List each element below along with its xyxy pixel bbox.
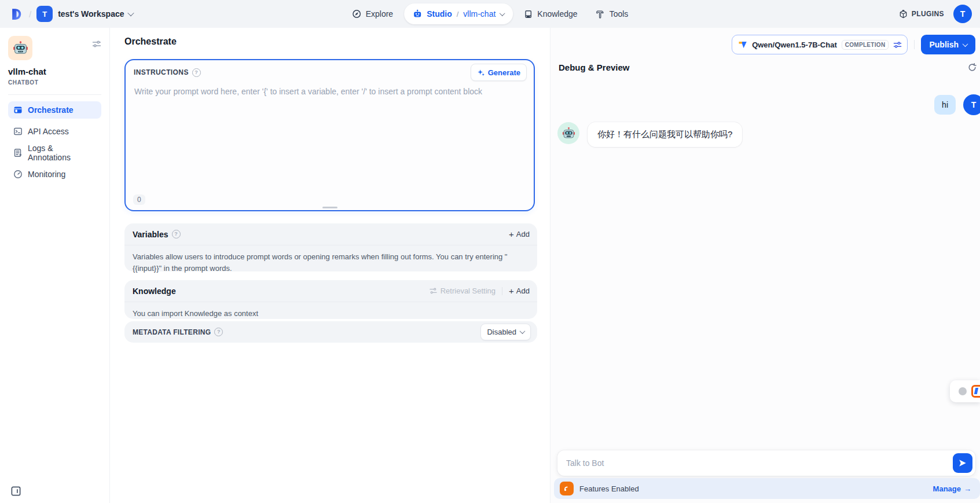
app-sidebar: vllm-chat CHATBOT Orchestrate API Access (0, 28, 110, 503)
nav-knowledge-label: Knowledge (537, 9, 577, 19)
nav-explore[interactable]: Explore (344, 3, 401, 24)
nav-tools[interactable]: Tools (589, 3, 636, 24)
debug-preview-title: Debug & Preview (559, 63, 630, 72)
divider (502, 287, 502, 295)
sliders-icon (430, 287, 437, 295)
orchestrate-panel: Orchestrate INSTRUCTIONS ? Generate Writ… (111, 28, 550, 503)
workspace-avatar[interactable]: T (36, 6, 53, 22)
vllm-logo-icon (738, 40, 747, 49)
main-nav: Explore Studio / vllm-chat Knowledge (344, 0, 636, 28)
instructions-title: INSTRUCTIONS (134, 68, 189, 76)
add-knowledge-button[interactable]: + Add (509, 287, 530, 295)
debug-preview-panel: Qwen/Qwen1.5-7B-Chat COMPLETION Publish … (550, 28, 980, 503)
nav-studio-label: Studio (427, 9, 452, 19)
plugins-button[interactable]: PLUGINS (899, 10, 944, 19)
robot-icon (413, 9, 422, 19)
nav-studio[interactable]: Studio / vllm-chat (404, 3, 513, 24)
manage-features-link[interactable]: Manage → (933, 484, 971, 493)
help-icon[interactable]: ? (172, 230, 181, 238)
knowledge-title: Knowledge (133, 287, 176, 296)
robot-emoji-icon (13, 41, 28, 56)
chat-input-bar (557, 450, 975, 476)
floating-extension-widget[interactable] (950, 380, 980, 402)
arrow-right-icon: → (964, 484, 971, 493)
chevron-down-icon (963, 41, 968, 47)
help-icon[interactable]: ? (192, 68, 201, 77)
chevron-down-icon (127, 10, 134, 16)
terminal-icon (13, 127, 23, 136)
metadata-title: METADATA FILTERING (133, 328, 211, 336)
workspace-name: test's Workspace (58, 9, 124, 19)
extension-logo-icon (971, 385, 980, 398)
manage-label: Manage (933, 484, 961, 493)
hammer-icon (596, 10, 605, 19)
instructions-editor[interactable]: Write your prompt word here, enter '{' t… (126, 85, 534, 100)
app-settings-icon[interactable] (92, 39, 101, 49)
sidebar-item-label: Logs & Annotations (28, 144, 96, 162)
orchestrate-icon (13, 105, 23, 115)
chat-message-assistant: 你好！有什么问题我可以帮助你吗? (557, 122, 742, 147)
nav-current-app: vllm-chat (463, 9, 495, 19)
top-header: / T test's Workspace Explore Studio / vl… (0, 0, 980, 28)
chevron-down-icon (500, 10, 505, 16)
model-selector[interactable]: Qwen/Qwen1.5-7B-Chat COMPLETION (732, 35, 908, 54)
restart-conversation-icon[interactable] (967, 63, 977, 72)
send-button[interactable] (953, 453, 972, 473)
generate-label: Generate (488, 68, 520, 77)
workspace-selector[interactable]: test's Workspace (58, 9, 133, 19)
explore-icon (352, 9, 361, 19)
send-icon (958, 458, 967, 468)
package-icon (899, 10, 908, 19)
gauge-icon (13, 170, 23, 179)
retrieval-setting-label: Retrieval Setting (441, 287, 495, 295)
chat-message-user: hi T (934, 94, 980, 115)
nav-separator: / (457, 10, 459, 19)
gray-dot-icon (959, 387, 967, 395)
features-enabled-label: Features Enabled (579, 484, 639, 493)
generate-button[interactable]: Generate (471, 64, 527, 81)
chevron-down-icon (520, 328, 526, 334)
resize-handle[interactable] (322, 207, 337, 208)
user-message-bubble: hi (934, 95, 956, 115)
plus-icon: + (509, 230, 514, 238)
variables-panel: Variables ? + Add Variables allow users … (124, 223, 537, 271)
variables-description: Variables allow users to introduce promp… (124, 245, 537, 280)
model-name: Qwen/Qwen1.5-7B-Chat (752, 41, 837, 49)
model-mode-badge: COMPLETION (842, 40, 889, 50)
add-variable-button[interactable]: + Add (509, 230, 530, 238)
retrieval-setting-button[interactable]: Retrieval Setting (430, 287, 495, 295)
sidebar-item-monitoring[interactable]: Monitoring (8, 166, 101, 183)
assistant-message-bubble: 你好！有什么问题我可以帮助你吗? (588, 122, 742, 147)
add-variable-label: Add (516, 230, 530, 238)
metadata-filtering-dropdown[interactable]: Disabled (480, 324, 531, 340)
sidebar-item-orchestrate[interactable]: Orchestrate (8, 101, 101, 119)
app-icon (8, 36, 32, 60)
plugins-label: PLUGINS (912, 10, 944, 18)
chat-input[interactable] (565, 458, 953, 468)
model-config-icon[interactable] (893, 41, 902, 49)
robot-emoji-icon (562, 127, 575, 140)
collapse-sidebar-icon[interactable] (10, 486, 21, 497)
publish-button[interactable]: Publish (921, 35, 975, 54)
app-type-badge: CHATBOT (8, 79, 101, 86)
app-root: / T test's Workspace Explore Studio / vl… (0, 0, 980, 503)
help-icon[interactable]: ? (214, 328, 223, 336)
nav-explore-label: Explore (366, 9, 393, 19)
plus-icon: + (509, 287, 514, 295)
sidebar-item-label: Monitoring (28, 170, 65, 179)
sidebar-divider (8, 94, 101, 95)
knowledge-panel: Knowledge Retrieval Setting + Add (124, 280, 537, 319)
dify-logo-icon (9, 7, 24, 21)
document-icon (13, 148, 23, 157)
sidebar-item-api-access[interactable]: API Access (8, 123, 101, 140)
sidebar-item-logs-annotations[interactable]: Logs & Annotations (8, 144, 101, 161)
sidebar-item-label: API Access (28, 127, 69, 136)
book-icon (524, 10, 533, 19)
divider (914, 40, 915, 49)
add-knowledge-label: Add (516, 287, 530, 295)
features-bar: Features Enabled Manage → (554, 478, 980, 499)
account-avatar[interactable]: T (953, 5, 972, 23)
char-count-badge: 0 (133, 194, 145, 205)
nav-knowledge[interactable]: Knowledge (516, 3, 585, 24)
user-avatar: T (963, 94, 980, 115)
